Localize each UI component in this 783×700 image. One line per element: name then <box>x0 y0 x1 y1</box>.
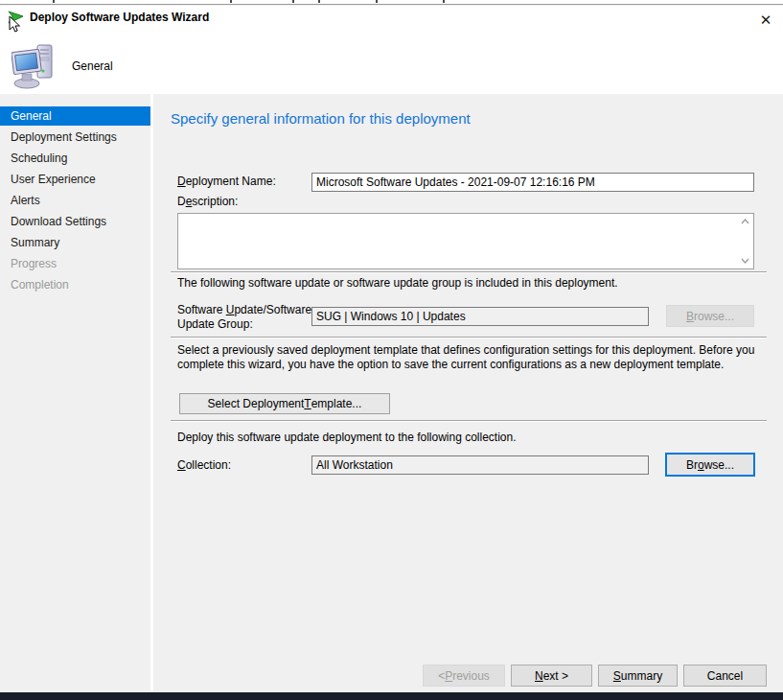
sidebar-item-completion[interactable]: Completion <box>0 275 150 294</box>
description-textarea[interactable] <box>177 213 754 269</box>
software-update-group-input[interactable] <box>311 307 649 326</box>
wizard-steps-sidebar: General Deployment Settings Scheduling U… <box>0 94 150 692</box>
browse-update-group-button[interactable]: Browse... <box>666 305 754 327</box>
close-icon[interactable]: ✕ <box>754 9 777 32</box>
background-window-edge <box>0 0 783 5</box>
sidebar-item-progress[interactable]: Progress <box>0 254 150 273</box>
deploy-software-updates-wizard-window: Deploy Software Updates Wizard ✕ <box>0 0 783 700</box>
deployment-name-label: Deployment Name: <box>177 175 276 188</box>
collection-note: Deploy this software update deployment t… <box>177 431 771 444</box>
general-page-content: Specify general information for this dep… <box>153 94 783 692</box>
mouse-cursor-icon <box>9 15 21 36</box>
included-update-note: The following software update or softwar… <box>177 276 771 290</box>
sidebar-item-summary[interactable]: Summary <box>0 233 150 252</box>
page-heading: Specify general information for this dep… <box>171 110 471 127</box>
sidebar-item-download-settings[interactable]: Download Settings <box>0 212 150 231</box>
sidebar-item-scheduling[interactable]: Scheduling <box>0 149 150 168</box>
sidebar-item-general[interactable]: General <box>0 106 150 126</box>
computer-icon <box>12 42 56 93</box>
scroll-down-icon[interactable] <box>739 256 751 266</box>
summary-button[interactable]: Summary <box>598 665 678 687</box>
window-title: Deploy Software Updates Wizard <box>30 11 209 24</box>
browse-collection-button[interactable]: Browse... <box>665 453 755 477</box>
deployment-name-input[interactable] <box>311 173 754 192</box>
template-note: Select a previously saved deployment tem… <box>177 343 770 372</box>
sidebar-item-deployment-settings[interactable]: Deployment Settings <box>0 128 150 147</box>
description-label: Description: <box>177 195 238 208</box>
previous-button[interactable]: < Previous <box>423 665 505 687</box>
separator <box>171 271 767 273</box>
window-bottom-edge <box>0 692 783 700</box>
separator <box>171 337 767 338</box>
sidebar-item-alerts[interactable]: Alerts <box>0 191 150 210</box>
next-button[interactable]: Next > <box>511 665 592 687</box>
collection-label: Collection: <box>177 458 231 472</box>
software-update-group-label: Software Update/SoftwareUpdate Group: <box>177 303 311 332</box>
collection-input[interactable] <box>311 455 649 475</box>
wizard-header: Deploy Software Updates Wizard ✕ <box>0 6 783 94</box>
select-deployment-template-button[interactable]: Select Deployment Template... <box>179 393 390 414</box>
sidebar-item-user-experience[interactable]: User Experience <box>0 170 150 189</box>
scroll-up-icon[interactable] <box>739 217 751 226</box>
cancel-button[interactable]: Cancel <box>683 665 767 687</box>
separator <box>171 420 767 422</box>
header-page-label: General <box>72 59 113 73</box>
